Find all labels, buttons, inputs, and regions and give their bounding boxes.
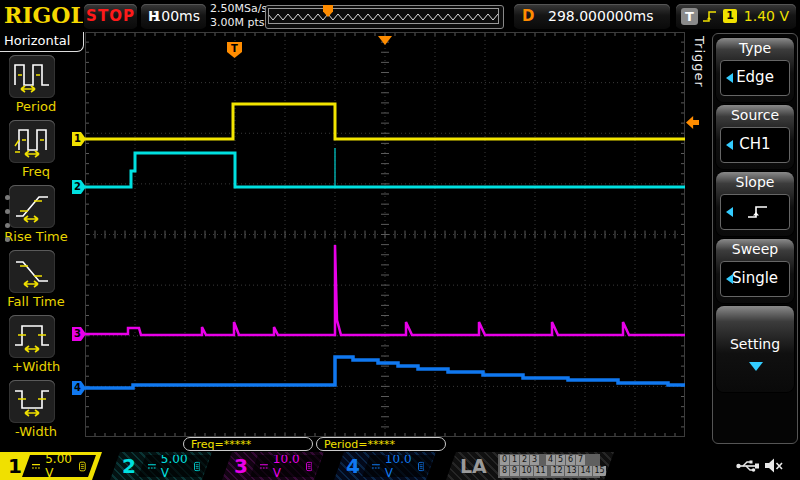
- softkey-type[interactable]: Type Edge: [716, 38, 794, 102]
- softkey-slope[interactable]: Slope: [716, 172, 794, 236]
- screen-center-marker-icon: [378, 36, 392, 45]
- la-badge[interactable]: LA 01234567 89101112131415: [446, 452, 614, 480]
- la-digit: 1: [510, 455, 519, 465]
- waveform-position-bar: [265, 5, 504, 29]
- la-digit: 10: [520, 466, 533, 476]
- run-state-indicator: STOP: [84, 4, 137, 29]
- ch4-badge[interactable]: 4 10.0 V: [334, 452, 436, 480]
- trigger-source-badge: 1: [723, 9, 737, 23]
- menu-item-label: Fall Time: [0, 294, 72, 309]
- menu-item-label: +Width: [0, 359, 72, 374]
- menu-item-label: -Width: [0, 424, 72, 439]
- softkey-value: Edge: [721, 68, 789, 86]
- la-digit: 0: [500, 455, 509, 465]
- brand-logo: RIGOL: [4, 2, 86, 28]
- softkey-label: Slope: [716, 174, 794, 190]
- menu-page-dot: [5, 209, 10, 214]
- run-state-label: STOP: [86, 7, 135, 25]
- la-digit: 3: [530, 455, 539, 465]
- ch3-number: 3: [234, 453, 248, 479]
- ch4-number: 4: [346, 453, 360, 479]
- la-digit: 4: [546, 455, 555, 465]
- ch3-badge[interactable]: 3 10.0 V: [222, 452, 324, 480]
- measure-freq[interactable]: Freq=*****: [183, 437, 313, 451]
- menu-page-dot: [5, 237, 10, 242]
- timebase-value: 100ms: [152, 8, 200, 24]
- dc-coupling-icon: [148, 462, 156, 471]
- menu-item-label: Freq: [0, 164, 72, 179]
- memory-depth: 3.00M pts: [210, 16, 266, 30]
- rising-edge-icon: [702, 9, 718, 24]
- delay-d-label: D: [522, 7, 534, 25]
- softkey-label: Sweep: [716, 241, 794, 257]
- sample-rate: 2.50MSa/s: [210, 2, 266, 16]
- measure-period[interactable]: Period=*****: [316, 437, 446, 451]
- ch2-scale: 5.00 V: [161, 452, 189, 480]
- ch2-number: 2: [122, 453, 136, 479]
- ch2-scale-box: 5.00 V: [138, 455, 210, 477]
- bw-limit-icon: [418, 460, 424, 473]
- bw-limit-icon: [79, 460, 86, 473]
- rising-edge-icon: [747, 204, 769, 220]
- ch4-scale: 10.0 V: [385, 452, 413, 480]
- menu-item-plus-width[interactable]: +Width: [0, 315, 85, 377]
- softkey-label: Source: [716, 107, 794, 123]
- dc-coupling-icon: [372, 462, 380, 471]
- la-label: LA: [460, 452, 487, 480]
- softkey-value: CH1: [721, 135, 789, 153]
- menu-item-freq[interactable]: Freq: [0, 120, 85, 182]
- ch1-badge[interactable]: 1 5.00 V: [0, 452, 102, 480]
- la-digit: 11: [534, 466, 547, 476]
- trigger-menu-tab: Trigger: [692, 36, 707, 120]
- la-digit: 6: [566, 455, 575, 465]
- left-arrow-icon: [726, 207, 733, 217]
- ch2-badge[interactable]: 2 5.00 V: [110, 452, 212, 480]
- menu-item-period[interactable]: Period: [0, 55, 85, 117]
- softkey-setting[interactable]: Setting: [716, 306, 794, 392]
- softkey-value-box: Edge: [720, 60, 790, 96]
- la-digit: 2: [520, 455, 529, 465]
- waveform-display: [85, 32, 685, 437]
- fall-time-icon: [9, 250, 55, 293]
- softkey-value-box: Single: [720, 261, 790, 297]
- ch1-number: 1: [8, 453, 22, 479]
- top-status-bar: RIGOL STOP H 100ms 2.50MSa/s 3.00M pts D…: [0, 0, 800, 32]
- la-digit: 5: [556, 455, 565, 465]
- la-digit: 12: [551, 466, 564, 476]
- la-digit: 15: [593, 466, 606, 476]
- trigger-status-indicator: T 1 1.40 V: [676, 4, 796, 29]
- softkey-value-box: CH1: [720, 127, 790, 163]
- delay-indicator: D 298.000000ms: [514, 4, 670, 29]
- la-digit: 14: [579, 466, 592, 476]
- trigger-level-value: 1.40 V: [744, 8, 789, 24]
- horizontal-menu-title: Horizontal: [0, 32, 84, 52]
- softkey-value: Single: [721, 269, 789, 287]
- speaker-muted-icon: [764, 457, 784, 474]
- dc-coupling-icon: [32, 462, 40, 471]
- trigger-softkey-menu: Type Edge Source CH1 Slope: [712, 33, 798, 444]
- softkey-sweep[interactable]: Sweep Single: [716, 239, 794, 303]
- acquisition-info: 2.50MSa/s 3.00M pts: [210, 2, 266, 30]
- down-arrow-icon: [749, 362, 763, 371]
- usb-icon: [736, 459, 760, 473]
- ch1-scale-box: 5.00 V: [22, 455, 96, 477]
- timebase-indicator: H 100ms: [141, 4, 206, 29]
- la-digit: 9: [510, 466, 519, 476]
- waveform-plot: [85, 32, 685, 437]
- softkey-source[interactable]: Source CH1: [716, 105, 794, 169]
- menu-page-dot: [5, 223, 10, 228]
- trigger-t-label: T: [681, 8, 698, 25]
- menu-item-rise-time[interactable]: Rise Time: [0, 185, 85, 247]
- softkey-label: Setting: [716, 336, 794, 352]
- softkey-label: Type: [716, 40, 794, 56]
- ch3-scale-box: 10.0 V: [250, 455, 322, 477]
- freq-waveform-icon: [9, 120, 55, 163]
- la-digit: 7: [576, 455, 585, 465]
- la-digit: 13: [565, 466, 578, 476]
- menu-item-fall-time[interactable]: Fall Time: [0, 250, 85, 312]
- timeline-waveform-icon: [268, 8, 499, 24]
- ch1-scale: 5.00 V: [45, 452, 74, 480]
- period-waveform-icon: [9, 55, 55, 98]
- positive-width-icon: [9, 315, 55, 358]
- channel-status-bar: 1 5.00 V 2 5.00 V: [0, 452, 800, 480]
